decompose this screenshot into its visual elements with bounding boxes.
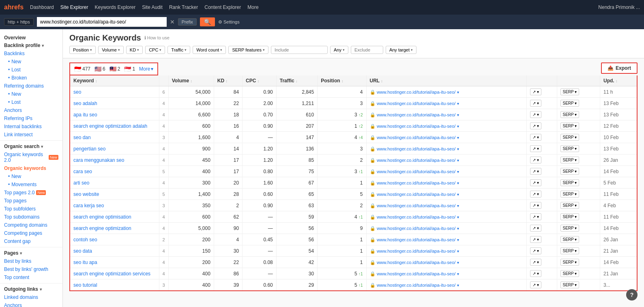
serp-button[interactable]: SERP ▾	[560, 111, 580, 118]
kd-filter[interactable]: KD ▾	[126, 46, 143, 54]
nav-rank-tracker[interactable]: Rank Tracker	[169, 4, 198, 10]
keyword-link[interactable]: contoh seo	[73, 237, 97, 243]
url-input[interactable]	[37, 17, 167, 27]
keyword-link[interactable]: seo dan	[73, 135, 91, 140]
col-traffic[interactable]: Traffic ↓	[276, 75, 317, 86]
cell-serp[interactable]: SERP ▾	[557, 166, 600, 177]
url-link[interactable]: www.hostinger.co.id/tutorial/apa-itu-seo…	[377, 124, 455, 129]
sidebar-referring-domains[interactable]: Referring domains	[0, 82, 62, 90]
cell-url[interactable]: 🔒 www.hostinger.co.id/tutorial/apa-itu-s…	[366, 98, 526, 109]
prefix-button[interactable]: Prefix	[178, 18, 197, 26]
serp-button[interactable]: SERP ▾	[560, 225, 580, 232]
cell-keyword[interactable]: search engine optimisation	[70, 211, 159, 223]
keyword-link[interactable]: seo website	[73, 191, 99, 197]
protocol-button[interactable]: http + https	[4, 18, 34, 26]
sidebar-organic-search[interactable]: Organic search ▾	[0, 142, 62, 150]
cell-keyword[interactable]: seo itu apa	[70, 257, 159, 268]
cpc-filter[interactable]: CPC ▾	[145, 46, 165, 54]
url-link[interactable]: www.hostinger.co.id/tutorial/apa-itu-seo…	[377, 180, 455, 185]
serp-button[interactable]: SERP ▾	[560, 134, 580, 141]
sidebar-referring-domains-new[interactable]: • New	[0, 90, 62, 98]
cell-url[interactable]: 🔒 www.hostinger.co.id/tutorial/apa-itu-s…	[366, 132, 526, 143]
serp-button[interactable]: SERP ▾	[560, 213, 580, 220]
keyword-link[interactable]: search engine optimization services	[73, 271, 150, 277]
serp-button[interactable]: SERP ▾	[560, 168, 580, 175]
sidebar-backlink-profile[interactable]: Backlink profile ▾	[0, 41, 62, 49]
cell-keyword[interactable]: seo dan	[70, 132, 159, 143]
trend-button[interactable]: ↗ ▾	[530, 111, 541, 118]
keyword-link[interactable]: cara seo	[73, 169, 92, 174]
url-dropdown-icon[interactable]: ▾	[457, 135, 459, 140]
url-dropdown-icon[interactable]: ▾	[457, 260, 459, 265]
cell-keyword[interactable]: arti seo	[70, 177, 159, 189]
cell-trend[interactable]: ↗ ▾	[526, 109, 557, 120]
cell-trend[interactable]: ↗ ▾	[526, 268, 557, 279]
url-link[interactable]: www.hostinger.co.id/tutorial/apa-itu-seo…	[377, 203, 455, 208]
url-link[interactable]: www.hostinger.co.id/tutorial/apa-itu-seo…	[377, 237, 455, 242]
url-link[interactable]: www.hostinger.co.id/tutorial/apa-itu-seo…	[377, 90, 455, 94]
url-link[interactable]: www.hostinger.co.id/tutorial/apa-itu-seo…	[377, 192, 455, 197]
url-dropdown-icon[interactable]: ▾	[457, 101, 459, 106]
cell-url[interactable]: 🔒 www.hostinger.co.id/tutorial/apa-itu-s…	[366, 177, 526, 189]
url-dropdown-icon[interactable]: ▾	[457, 204, 459, 208]
country-id[interactable]: 🇮🇩 477	[74, 66, 90, 72]
cell-trend[interactable]: ↗ ▾	[526, 120, 557, 132]
cell-serp[interactable]: SERP ▾	[557, 189, 600, 200]
cell-keyword[interactable]: seo website	[70, 189, 159, 200]
nav-more[interactable]: More	[247, 4, 258, 10]
keyword-link[interactable]: seo adalah	[73, 101, 97, 106]
sidebar-organic-movements[interactable]: • Movements	[0, 180, 62, 189]
position-filter[interactable]: Position ▾	[69, 46, 96, 54]
cell-serp[interactable]: SERP ▾	[557, 234, 600, 245]
trend-button[interactable]: ↗ ▾	[530, 270, 541, 277]
url-dropdown-icon[interactable]: ▾	[457, 238, 459, 242]
sidebar-organic-keywords[interactable]: Organic keywords	[0, 164, 62, 172]
cell-keyword[interactable]: pengertian seo	[70, 143, 159, 155]
url-link[interactable]: www.hostinger.co.id/tutorial/apa-itu-seo…	[377, 146, 455, 151]
sidebar-overview[interactable]: Overview	[0, 32, 62, 41]
sidebar-top-pages-20[interactable]: Top pages 2.0 New	[0, 189, 62, 197]
url-link[interactable]: www.hostinger.co.id/tutorial/apa-itu-seo…	[377, 260, 455, 265]
url-link[interactable]: www.hostinger.co.id/tutorial/apa-itu-seo…	[377, 112, 455, 117]
sidebar-content-gap[interactable]: Content gap	[0, 237, 62, 245]
col-keyword[interactable]: Keyword ↕	[70, 75, 159, 86]
url-dropdown-icon[interactable]: ▾	[457, 181, 459, 185]
cell-serp[interactable]: SERP ▾	[557, 200, 600, 211]
cell-keyword[interactable]: seo tutorial	[70, 279, 159, 291]
serp-button[interactable]: SERP ▾	[560, 247, 580, 254]
cell-url[interactable]: 🔒 www.hostinger.co.id/tutorial/apa-itu-s…	[366, 200, 526, 211]
keyword-link[interactable]: search engine optimisation	[73, 214, 131, 220]
help-button[interactable]: ?	[626, 289, 638, 301]
sidebar-organic-keywords-20[interactable]: Organic keywords 2.0 New	[0, 150, 62, 164]
serp-button[interactable]: SERP ▾	[560, 179, 580, 186]
volume-filter[interactable]: Volume ▾	[98, 46, 124, 54]
col-kd[interactable]: KD ↕	[214, 75, 242, 86]
cell-keyword[interactable]: search engine optimization adalah	[70, 120, 159, 132]
cell-trend[interactable]: ↗ ▾	[526, 98, 557, 109]
trend-button[interactable]: ↗ ▾	[530, 191, 541, 198]
cell-url[interactable]: 🔒 www.hostinger.co.id/tutorial/apa-itu-s…	[366, 189, 526, 200]
serp-button[interactable]: SERP ▾	[560, 202, 580, 209]
url-link[interactable]: www.hostinger.co.id/tutorial/apa-itu-seo…	[377, 135, 455, 140]
url-dropdown-icon[interactable]: ▾	[457, 90, 459, 94]
trend-button[interactable]: ↗ ▾	[530, 213, 541, 220]
cell-trend[interactable]: ↗ ▾	[526, 177, 557, 189]
url-link[interactable]: www.hostinger.co.id/tutorial/apa-itu-seo…	[377, 271, 455, 276]
cell-serp[interactable]: SERP ▾	[557, 120, 600, 132]
cell-keyword[interactable]: apa itu seo	[70, 109, 159, 120]
trend-button[interactable]: ↗ ▾	[530, 202, 541, 209]
cell-trend[interactable]: ↗ ▾	[526, 245, 557, 257]
user-menu[interactable]: Nendra Primonik ...	[598, 4, 640, 10]
settings-link[interactable]: ⚙ Settings	[218, 19, 240, 25]
keyword-link[interactable]: seo tutorial	[73, 282, 97, 288]
keyword-link[interactable]: apa itu seo	[73, 112, 97, 118]
sidebar-top-subfolders[interactable]: Top subfolders	[0, 205, 62, 213]
sidebar-linked-domains[interactable]: Linked domains	[0, 293, 62, 301]
sidebar-backlinks-broken[interactable]: • Broken	[0, 74, 62, 82]
trend-button[interactable]: ↗ ▾	[530, 145, 541, 152]
url-dropdown-icon[interactable]: ▾	[457, 283, 459, 288]
sidebar-referring-domains-lost[interactable]: • Lost	[0, 98, 62, 106]
url-dropdown-icon[interactable]: ▾	[457, 124, 459, 129]
cell-serp[interactable]: SERP ▾	[557, 143, 600, 155]
cell-serp[interactable]: SERP ▾	[557, 245, 600, 257]
